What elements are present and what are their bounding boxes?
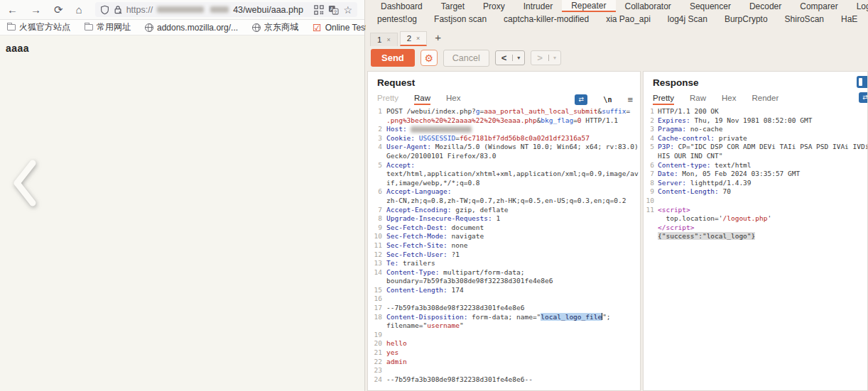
burp-main-tab[interactable]: Target [432, 0, 474, 12]
burp-extension-tab[interactable]: BurpCrypto [716, 12, 776, 26]
response-view-tab[interactable]: Raw [690, 94, 706, 105]
next-dropdown-icon[interactable]: ▾ [548, 55, 560, 61]
response-line[interactable]: 2Expires: Thu, 19 Nov 1981 08:52:00 GMT [644, 116, 867, 126]
bookmark-star-icon[interactable]: ☆ [343, 5, 352, 15]
burp-main-tab[interactable]: Collaborator [616, 0, 680, 12]
request-line[interactable]: 7Accept-Encoding: gzip, deflate [368, 206, 640, 215]
response-line[interactable]: 11<script> [644, 206, 867, 215]
cancel-button[interactable]: Cancel [443, 50, 489, 67]
repeater-item-tab[interactable]: 1× [370, 33, 398, 46]
response-line[interactable]: 1HTTP/1.1 200 OK [644, 107, 867, 116]
prev-arrow[interactable]: < [496, 53, 513, 63]
close-tab-icon[interactable]: × [386, 36, 390, 43]
response-line[interactable]: {"success":"local_logo"} [644, 232, 867, 241]
burp-extension-tab[interactable]: HaE [832, 12, 866, 26]
request-view-tab[interactable]: Pretty [377, 94, 398, 105]
burp-extension-tab[interactable]: captcha-killer-modified [495, 12, 597, 26]
request-line[interactable]: 17--7b59fa3b308de98f32238d301fe4e8e6 [368, 304, 640, 313]
request-line[interactable]: 21yes [368, 348, 640, 358]
request-line[interactable]: 6Accept-Language: [368, 187, 640, 197]
burp-main-tab[interactable]: Proxy [474, 0, 514, 12]
request-line[interactable]: filename="username" [368, 321, 640, 331]
response-line[interactable]: HIS OUR IND CNT" [644, 152, 867, 161]
request-line[interactable]: 23 [368, 366, 640, 375]
request-editor[interactable]: 1POST /webui/index.php?g=aaa_portal_auth… [368, 107, 640, 390]
bookmark-item[interactable]: 火狐官方站点 [7, 21, 70, 33]
response-line[interactable]: 4Cache-control: private [644, 134, 867, 143]
bookmark-item[interactable]: addons.mozilla.org/... [145, 23, 238, 33]
burp-main-tab[interactable]: Dashboard [371, 0, 432, 12]
reload-icon[interactable]: ⟳ [54, 4, 63, 15]
prev-request-button[interactable]: < ▾ [495, 50, 526, 65]
response-line[interactable]: 10 [644, 197, 867, 206]
request-line[interactable]: 3Cookie: USGSESSID=f6c7181bf7dd56b8c0a02… [368, 134, 640, 143]
request-line[interactable]: 16 [368, 294, 640, 304]
next-request-button[interactable]: > ▾ [531, 50, 561, 65]
request-line[interactable]: text/html,application/xhtml+xml,applicat… [368, 170, 640, 179]
word-wrap-icon[interactable]: ⇄ [575, 94, 587, 105]
request-line[interactable]: .png%3becho%20%22aaaa%22%20%3eaaa.php&bk… [368, 116, 640, 126]
request-line[interactable]: 18Content-Disposition: form-data; name="… [368, 313, 640, 322]
burp-extension-tab[interactable]: pentest!og [369, 12, 425, 26]
request-view-tab[interactable]: Hex [446, 94, 460, 105]
request-line[interactable]: 14Content-Type: multipart/form-data; [368, 268, 640, 277]
lock-icon[interactable] [114, 5, 122, 14]
new-repeater-tab-button[interactable]: + [429, 30, 447, 45]
request-line[interactable]: 2Host: [368, 125, 640, 134]
editor-menu-icon[interactable]: ≡ [627, 94, 633, 105]
request-line[interactable]: 15Content-Length: 174 [368, 286, 640, 295]
response-view-tab[interactable]: Render [752, 94, 779, 105]
request-line[interactable]: 22admin [368, 358, 640, 367]
burp-main-tab[interactable]: Sequencer [680, 0, 740, 12]
home-icon[interactable]: ⌂ [76, 4, 82, 15]
response-line[interactable]: 9Content-Length: 70 [644, 187, 867, 197]
request-line[interactable]: 19 [368, 331, 640, 340]
burp-main-tab[interactable]: Repeater [562, 0, 615, 12]
close-tab-icon[interactable]: × [416, 35, 420, 42]
response-view-tab[interactable]: Pretty [653, 94, 674, 105]
back-icon[interactable]: ← [7, 4, 18, 15]
response-line[interactable]: top.location='/logout.php' [644, 214, 867, 224]
burp-main-tab[interactable]: Comparer [791, 0, 847, 12]
burp-extension-tab[interactable]: xia Pao_api [597, 12, 659, 26]
request-line[interactable]: 8Upgrade-Insecure-Requests: 1 [368, 214, 640, 224]
burp-extension-tab[interactable]: ShiroScan [776, 12, 832, 26]
request-line[interactable]: 5Accept: [368, 161, 640, 170]
response-line[interactable]: 7Date: Mon, 05 Feb 2024 03:35:57 GMT [644, 170, 867, 179]
send-button[interactable]: Send [371, 49, 415, 67]
prev-dropdown-icon[interactable]: ▾ [512, 55, 524, 61]
request-line[interactable]: 10Sec-Fetch-Mode: navigate [368, 232, 640, 241]
burp-main-tab[interactable]: Intruder [514, 0, 562, 12]
request-line[interactable]: 20hello [368, 339, 640, 348]
translate-icon[interactable]: A 文 [328, 5, 339, 15]
forward-icon[interactable]: → [31, 4, 41, 15]
settings-gear-icon[interactable]: ⚙ [421, 50, 438, 66]
request-line[interactable]: 12Sec-Fetch-User: ?1 [368, 250, 640, 260]
response-view-tab[interactable]: Hex [722, 94, 736, 105]
request-line[interactable]: 24--7b59fa3b308de98f32238d301fe4e8e6-- [368, 375, 640, 385]
response-line[interactable]: 6Content-type: text/html [644, 161, 867, 170]
request-line[interactable]: 9Sec-Fetch-Dest: document [368, 224, 640, 233]
response-line[interactable]: 8Server: lighttpd/1.4.39 [644, 179, 867, 188]
show-newlines-toggle[interactable]: \n [603, 96, 612, 104]
repeater-item-tab[interactable]: 2× [400, 31, 428, 46]
qr-code-icon[interactable] [314, 5, 324, 15]
burp-extension-tab[interactable]: log4j Scan [659, 12, 716, 26]
bookmark-item[interactable]: 常用网址 [85, 21, 131, 33]
url-bar[interactable]: https:// 43/webui/aaa.php A 文 [95, 2, 357, 17]
shield-icon[interactable] [100, 5, 109, 15]
request-line[interactable]: 13Te: trailers [368, 259, 640, 268]
request-line[interactable]: boundary=7b59fa3b308de98f32238d301fe4e8e… [368, 277, 640, 286]
bookmark-item[interactable]: 京东商城 [252, 21, 298, 33]
request-line[interactable]: 11Sec-Fetch-Site: none [368, 241, 640, 250]
request-line[interactable]: 1POST /webui/index.php?g=aaa_portal_auth… [368, 107, 640, 116]
response-line[interactable]: </script> [644, 224, 867, 233]
request-view-tab[interactable]: Raw [414, 94, 430, 105]
word-wrap-icon[interactable]: ⇄ [859, 92, 868, 103]
burp-extension-tab[interactable]: Fastjson scan [425, 12, 495, 26]
next-arrow[interactable]: > [531, 53, 548, 63]
response-line[interactable]: 5P3P: CP="IDC DSP COR ADM DEVi TAIi PSA … [644, 143, 867, 152]
request-line[interactable]: Gecko/20100101 Firefox/83.0 [368, 152, 640, 161]
response-editor[interactable]: 1HTTP/1.1 200 OK2Expires: Thu, 19 Nov 19… [644, 107, 867, 390]
request-line[interactable]: zh-CN,zh;q=0.8,zh-TW;q=0.7,zh-HK;q=0.5,e… [368, 197, 640, 206]
